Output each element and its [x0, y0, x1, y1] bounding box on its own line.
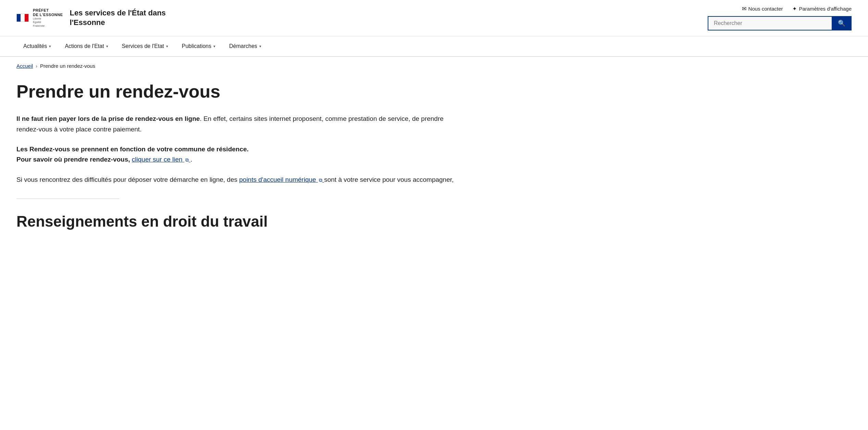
nav-item-publications: Publications ▾	[175, 36, 222, 56]
flag-red	[25, 14, 28, 22]
nav-link-actions[interactable]: Actions de l'Etat ▾	[58, 36, 115, 56]
mail-icon: ✉	[742, 5, 746, 12]
nav-link-demarches[interactable]: Démarches ▾	[222, 36, 268, 56]
rdv-link-label: cliquer sur ce lien	[132, 156, 183, 163]
nav-item-services: Services de l'Etat ▾	[115, 36, 175, 56]
paragraph-3-start: Si vous rencontrez des difficultés pour …	[16, 176, 237, 183]
pan-link-label: points d'accueil numérique	[239, 176, 316, 183]
nav-link-publications[interactable]: Publications ▾	[175, 36, 222, 56]
main-nav: Actualités ▾ Actions de l'Etat ▾ Service…	[0, 36, 868, 57]
logo-essonne-line: DE L'ESSONNE	[33, 13, 63, 17]
header-right: ✉ Nous contacter ✦ Paramètres d'affichag…	[708, 5, 852, 30]
logo-text: PRÉFET DE L'ESSONNE Liberté Égalité Frat…	[33, 8, 63, 28]
rdv-link[interactable]: cliquer sur ce lien ⧉	[132, 156, 190, 163]
section-divider	[16, 199, 119, 199]
breadcrumb: Accueil › Prendre un rendez-vous	[0, 57, 868, 75]
nav-link-services[interactable]: Services de l'Etat ▾	[115, 36, 175, 56]
nav-item-demarches: Démarches ▾	[222, 36, 268, 56]
logo-block: PRÉFET DE L'ESSONNE Liberté Égalité Frat…	[16, 8, 63, 28]
page-title: Prendre un rendez-vous	[16, 82, 463, 101]
settings-icon: ✦	[792, 5, 797, 12]
contact-link[interactable]: ✉ Nous contacter	[742, 5, 783, 12]
paragraph-3: Si vous rencontrez des difficultés pour …	[16, 175, 463, 185]
french-flag	[16, 14, 29, 22]
chevron-down-icon-actualites: ▾	[49, 44, 51, 49]
chevron-down-icon-demarches: ▾	[259, 44, 261, 49]
paragraph-1-bold: Il ne faut rien payer lors de la prise d…	[16, 115, 200, 122]
logo-subtitle-line1: Liberté	[33, 17, 63, 21]
search-icon: 🔍	[838, 20, 845, 27]
search-input[interactable]	[708, 16, 832, 30]
external-link-icon-rdv: ⧉	[185, 156, 189, 164]
flag-white	[21, 14, 24, 22]
chevron-down-icon-publications: ▾	[213, 44, 215, 49]
paragraph-3-end: sont à votre service pour vous accompagn…	[324, 176, 454, 183]
paragraph-2: Les Rendez-vous se prennent en fonction …	[16, 144, 463, 165]
logo-subtitle-line2: Égalité	[33, 21, 63, 24]
paragraph-1: Il ne faut rien payer lors de la prise d…	[16, 114, 463, 135]
nav-label-actualites: Actualités	[23, 43, 47, 49]
flag-blue	[17, 14, 21, 22]
paragraph-2-end: .	[190, 156, 192, 163]
settings-link[interactable]: ✦ Paramètres d'affichage	[792, 5, 852, 12]
site-header: PRÉFET DE L'ESSONNE Liberté Égalité Frat…	[0, 0, 868, 36]
nav-link-actualites[interactable]: Actualités ▾	[16, 36, 58, 56]
nav-label-services: Services de l'Etat	[122, 43, 164, 49]
pan-link[interactable]: points d'accueil numérique ⧉	[239, 176, 324, 183]
logo-subtitle-line3: Fraternité	[33, 24, 63, 28]
logo-flag-container	[16, 14, 29, 22]
chevron-down-icon-actions: ▾	[106, 44, 108, 49]
nav-label-publications: Publications	[182, 43, 211, 49]
content-body: Il ne faut rien payer lors de la prise d…	[16, 114, 463, 231]
search-button[interactable]: 🔍	[832, 16, 852, 30]
breadcrumb-home[interactable]: Accueil	[16, 63, 33, 69]
nav-list: Actualités ▾ Actions de l'Etat ▾ Service…	[16, 36, 852, 56]
settings-label: Paramètres d'affichage	[799, 6, 852, 12]
chevron-down-icon-services: ▾	[166, 44, 168, 49]
header-left: PRÉFET DE L'ESSONNE Liberté Égalité Frat…	[16, 8, 172, 28]
breadcrumb-current: Prendre un rendez-vous	[40, 63, 95, 69]
section-2-title: Renseignements en droit du travail	[16, 213, 463, 231]
search-bar: 🔍	[708, 16, 852, 30]
logo-prefet-line1: PRÉFET	[33, 8, 63, 13]
paragraph-2-bold-line1: Les Rendez-vous se prennent en fonction …	[16, 146, 249, 153]
nav-item-actions: Actions de l'Etat ▾	[58, 36, 115, 56]
header-actions: ✉ Nous contacter ✦ Paramètres d'affichag…	[742, 5, 852, 12]
nav-label-actions: Actions de l'Etat	[65, 43, 104, 49]
contact-label: Nous contacter	[748, 6, 783, 12]
breadcrumb-separator: ›	[36, 63, 37, 69]
main-content: Prendre un rendez-vous Il ne faut rien p…	[0, 75, 480, 251]
nav-item-actualites: Actualités ▾	[16, 36, 58, 56]
nav-label-demarches: Démarches	[229, 43, 257, 49]
paragraph-2-bold-line2: Pour savoir où prendre rendez-vous,	[16, 156, 130, 163]
external-link-icon-pan: ⧉	[319, 176, 322, 184]
site-title: Les services de l'État dans l'Essonne	[70, 8, 172, 28]
